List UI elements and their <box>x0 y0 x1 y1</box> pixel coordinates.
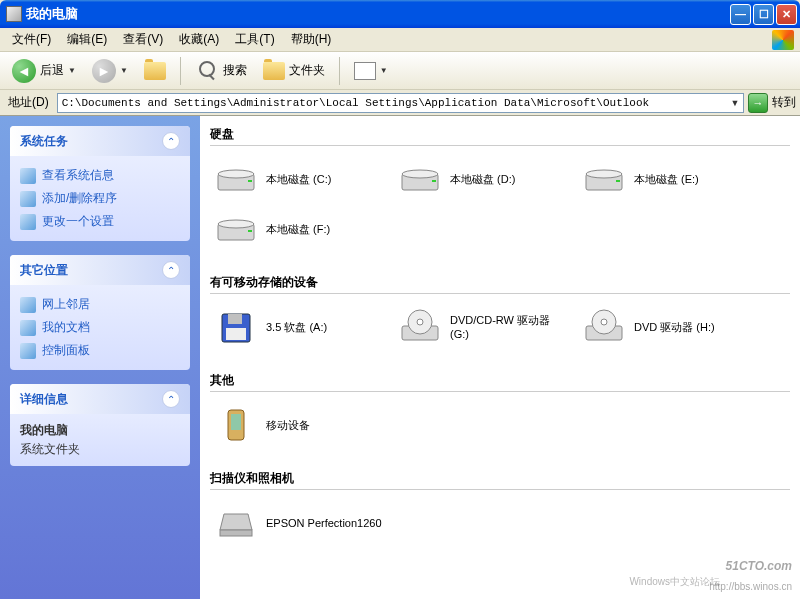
group-header: 扫描仪和照相机 <box>210 464 790 490</box>
chevron-down-icon: ▼ <box>68 66 76 75</box>
app-icon <box>6 6 22 22</box>
drive-label: EPSON Perfection1260 <box>266 516 382 530</box>
svg-point-7 <box>586 170 622 178</box>
content-area: 系统任务 ⌃ 查看系统信息 添加/删除程序 更改一个设置 其它位置 ⌃ 网上邻居… <box>0 116 800 599</box>
drive-item[interactable]: 本地磁盘 (D:) <box>394 156 574 202</box>
chevron-down-icon: ▼ <box>380 66 388 75</box>
address-input[interactable] <box>58 97 727 109</box>
drive-item[interactable]: 移动设备 <box>210 402 390 448</box>
menu-view[interactable]: 查看(V) <box>115 29 171 50</box>
watermark: 51CTO.com http://bbs.winos.cn <box>709 553 792 593</box>
documents-icon <box>20 320 36 336</box>
windows-logo-icon <box>772 30 794 50</box>
menu-file[interactable]: 文件(F) <box>4 29 59 50</box>
menu-help[interactable]: 帮助(H) <box>283 29 340 50</box>
svg-rect-13 <box>228 314 242 324</box>
details-title: 详细信息 <box>20 391 68 408</box>
svg-point-4 <box>402 170 438 178</box>
menu-tools[interactable]: 工具(T) <box>227 29 282 50</box>
group-header: 有可移动存储的设备 <box>210 268 790 294</box>
scanner-icon <box>214 504 258 542</box>
search-label: 搜索 <box>223 62 247 79</box>
sidebar-item-sysinfo[interactable]: 查看系统信息 <box>20 164 180 187</box>
collapse-icon: ⌃ <box>162 261 180 279</box>
hdd-icon <box>582 160 626 198</box>
address-dropdown[interactable]: ▼ <box>727 98 743 108</box>
drive-item[interactable]: DVD 驱动器 (H:) <box>578 304 758 350</box>
details-header[interactable]: 详细信息 ⌃ <box>10 384 190 414</box>
system-tasks-panel: 系统任务 ⌃ 查看系统信息 添加/删除程序 更改一个设置 <box>10 126 190 241</box>
menubar: 文件(F) 编辑(E) 查看(V) 收藏(A) 工具(T) 帮助(H) <box>0 28 800 52</box>
drive-item[interactable]: 本地磁盘 (F:) <box>210 206 390 252</box>
menu-edit[interactable]: 编辑(E) <box>59 29 115 50</box>
back-button[interactable]: ◄ 后退 ▼ <box>6 55 82 87</box>
group-header: 硬盘 <box>210 120 790 146</box>
separator <box>339 57 340 85</box>
go-label: 转到 <box>772 94 796 111</box>
details-item-title: 我的电脑 <box>20 422 180 439</box>
collapse-icon: ⌃ <box>162 132 180 150</box>
sidebar: 系统任务 ⌃ 查看系统信息 添加/删除程序 更改一个设置 其它位置 ⌃ 网上邻居… <box>0 116 200 599</box>
drive-item[interactable]: 本地磁盘 (C:) <box>210 156 390 202</box>
svg-rect-2 <box>248 180 252 182</box>
svg-rect-11 <box>248 230 252 232</box>
drive-item[interactable]: 3.5 软盘 (A:) <box>210 304 390 350</box>
back-arrow-icon: ◄ <box>12 59 36 83</box>
sidebar-item-network[interactable]: 网上邻居 <box>20 293 180 316</box>
folders-label: 文件夹 <box>289 62 325 79</box>
main-panel: 硬盘本地磁盘 (C:)本地磁盘 (D:)本地磁盘 (E:)本地磁盘 (F:)有可… <box>200 116 800 599</box>
maximize-button[interactable]: ☐ <box>753 4 774 25</box>
titlebar: 我的电脑 — ☐ ✕ <box>0 0 800 28</box>
close-button[interactable]: ✕ <box>776 4 797 25</box>
svg-point-20 <box>601 319 607 325</box>
back-label: 后退 <box>40 62 64 79</box>
menu-favorites[interactable]: 收藏(A) <box>171 29 227 50</box>
controlpanel-icon <box>20 343 36 359</box>
svg-rect-8 <box>616 180 620 182</box>
system-tasks-title: 系统任务 <box>20 133 68 150</box>
drive-item[interactable]: 本地磁盘 (E:) <box>578 156 758 202</box>
settings-icon <box>20 214 36 230</box>
go-button[interactable]: → <box>748 93 768 113</box>
forward-button[interactable]: ► ▼ <box>86 55 134 87</box>
up-button[interactable] <box>138 58 172 84</box>
items-grid: 本地磁盘 (C:)本地磁盘 (D:)本地磁盘 (E:)本地磁盘 (F:) <box>210 156 790 252</box>
drive-item[interactable]: EPSON Perfection1260 <box>210 500 390 546</box>
drive-item[interactable]: DVD/CD-RW 驱动器 (G:) <box>394 304 574 350</box>
other-places-panel: 其它位置 ⌃ 网上邻居 我的文档 控制面板 <box>10 255 190 370</box>
sidebar-item-addremove[interactable]: 添加/删除程序 <box>20 187 180 210</box>
sidebar-item-changesetting[interactable]: 更改一个设置 <box>20 210 180 233</box>
system-tasks-header[interactable]: 系统任务 ⌃ <box>10 126 190 156</box>
other-places-header[interactable]: 其它位置 ⌃ <box>10 255 190 285</box>
optical-icon <box>582 308 626 346</box>
drive-label: 本地磁盘 (D:) <box>450 172 515 186</box>
search-button[interactable]: 搜索 <box>189 55 253 87</box>
programs-icon <box>20 191 36 207</box>
address-label: 地址(D) <box>4 94 53 111</box>
hdd-icon <box>398 160 442 198</box>
sidebar-item-documents[interactable]: 我的文档 <box>20 316 180 339</box>
addressbar: 地址(D) ▼ → 转到 <box>0 90 800 116</box>
drive-label: 本地磁盘 (C:) <box>266 172 331 186</box>
svg-rect-22 <box>231 414 241 430</box>
views-button[interactable]: ▼ <box>348 58 394 84</box>
drive-label: DVD/CD-RW 驱动器 (G:) <box>450 313 570 342</box>
drive-label: 3.5 软盘 (A:) <box>266 320 327 334</box>
drive-label: 本地磁盘 (E:) <box>634 172 699 186</box>
details-panel: 详细信息 ⌃ 我的电脑 系统文件夹 <box>10 384 190 466</box>
items-grid: 移动设备 <box>210 402 790 448</box>
floppy-icon <box>214 308 258 346</box>
svg-point-1 <box>218 170 254 178</box>
hdd-icon <box>214 160 258 198</box>
window-title: 我的电脑 <box>26 5 730 23</box>
drive-label: DVD 驱动器 (H:) <box>634 320 715 334</box>
drive-label: 本地磁盘 (F:) <box>266 222 330 236</box>
minimize-button[interactable]: — <box>730 4 751 25</box>
folders-button[interactable]: 文件夹 <box>257 58 331 84</box>
search-icon <box>195 59 219 83</box>
window-controls: — ☐ ✕ <box>730 4 797 25</box>
optical-icon <box>398 308 442 346</box>
chevron-down-icon: ▼ <box>120 66 128 75</box>
svg-point-17 <box>417 319 423 325</box>
sidebar-item-controlpanel[interactable]: 控制面板 <box>20 339 180 362</box>
